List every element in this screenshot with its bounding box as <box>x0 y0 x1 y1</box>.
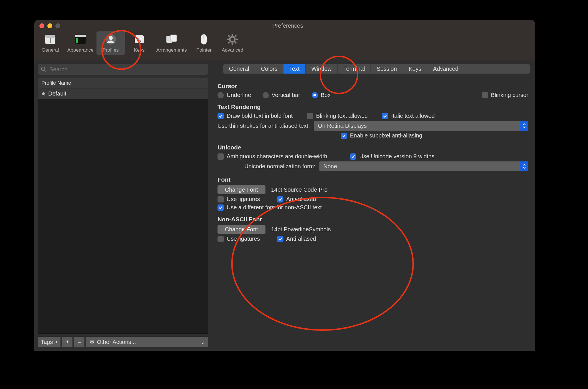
svg-rect-5 <box>76 38 78 43</box>
svg-point-14 <box>230 37 235 42</box>
checkbox-label: Use a different font for non-ASCII text <box>227 204 322 211</box>
general-icon <box>43 33 57 46</box>
different-nonascii-font-checkbox[interactable]: Use a different font for non-ASCII text <box>218 204 322 211</box>
profile-settings-panel: General Colors Text Window Terminal Sess… <box>212 60 535 351</box>
checkbox-icon <box>218 204 224 211</box>
window-title: Preferences <box>40 23 535 29</box>
bold-font-checkbox[interactable]: Draw bold text in bold font <box>218 113 293 119</box>
unicode-norm-dropdown[interactable]: None <box>319 161 528 171</box>
nonascii-ligatures-checkbox[interactable]: Use ligatures <box>218 236 260 242</box>
profile-list: Profile Name ★ Default <box>38 78 208 334</box>
checkbox-label: Use Unicode version 9 widths <box>359 153 434 160</box>
search-input[interactable] <box>38 64 208 75</box>
remove-profile-button[interactable]: – <box>74 337 85 347</box>
tab-window[interactable]: Window <box>306 64 338 74</box>
checkbox-label: Blinking text allowed <box>316 113 368 119</box>
thin-strokes-label: Use thin strokes for anti-aliased text: <box>218 123 310 129</box>
thin-strokes-dropdown[interactable]: On Retina Displays <box>314 121 528 131</box>
subpixel-row: Enable subpixel anti-aliasing <box>218 132 528 139</box>
cursor-vertical-radio[interactable]: Vertical bar <box>263 92 300 98</box>
toolbar-keys[interactable]: ⌘ Keys <box>125 31 154 55</box>
toolbar-label: Keys <box>134 47 145 53</box>
toolbar-arrangements[interactable]: Arrangements <box>154 31 190 55</box>
checkbox-icon <box>277 196 283 202</box>
search-wrap <box>38 64 208 75</box>
toolbar-advanced[interactable]: Advanced <box>218 31 247 55</box>
tab-keys[interactable]: Keys <box>403 64 427 74</box>
svg-rect-4 <box>75 35 86 37</box>
star-icon: ★ <box>41 90 46 97</box>
checkbox-label: Anti-aliased <box>286 236 316 242</box>
current-font-label: 14pt Source Code Pro <box>271 187 328 193</box>
dropdown-value: On Retina Displays <box>314 123 528 129</box>
checkbox-icon <box>482 92 488 98</box>
other-actions-menu[interactable]: ✻ Other Actions... ⌄ <box>86 337 208 347</box>
unicode-row1: Ambiguous characters are double-width Us… <box>218 153 528 160</box>
chevron-down-icon: ⌄ <box>200 339 205 345</box>
profile-tabbar: General Colors Text Window Terminal Sess… <box>223 64 530 74</box>
nonascii-aa-checkbox[interactable]: Anti-aliased <box>277 236 316 242</box>
cursor-box-radio[interactable]: Box <box>312 92 331 98</box>
dropdown-arrows-icon <box>520 161 528 171</box>
cursor-underline-radio[interactable]: Underline <box>218 92 251 98</box>
cursor-row: Underline Vertical bar Box Blinking curs… <box>218 92 528 98</box>
profile-name: Default <box>48 90 66 97</box>
checkbox-icon <box>218 236 224 242</box>
ambiguous-width-checkbox[interactable]: Ambiguous characters are double-width <box>218 153 327 160</box>
tab-terminal[interactable]: Terminal <box>338 64 371 74</box>
font-ligatures-checkbox[interactable]: Use ligatures <box>218 196 260 202</box>
toolbar: General Appearance Profiles ⌘ Keys Arran… <box>34 31 535 58</box>
add-profile-button[interactable]: + <box>62 337 73 347</box>
svg-text:⌘: ⌘ <box>137 37 142 43</box>
blinking-text-checkbox[interactable]: Blinking text allowed <box>307 113 368 119</box>
tab-general[interactable]: General <box>223 64 255 74</box>
tab-advanced[interactable]: Advanced <box>427 64 464 74</box>
appearance-icon <box>74 33 87 46</box>
subpixel-aa-checkbox[interactable]: Enable subpixel anti-aliasing <box>341 132 422 139</box>
tags-button[interactable]: Tags > <box>38 337 61 347</box>
unicode-norm-row: Unicode normalization form: None <box>218 161 528 171</box>
checkbox-icon <box>307 113 313 119</box>
radio-icon <box>312 92 318 98</box>
toolbar-label: General <box>42 47 59 53</box>
checkbox-label: Ambiguous characters are double-width <box>227 153 327 160</box>
tab-session[interactable]: Session <box>371 64 403 74</box>
tab-colors[interactable]: Colors <box>255 64 283 74</box>
change-nonascii-font-button[interactable]: Change Font <box>218 225 265 234</box>
tab-text[interactable]: Text <box>283 64 306 74</box>
change-font-button[interactable]: Change Font <box>218 185 265 194</box>
current-nonascii-font-label: 14pt PowerlineSymbols <box>271 226 331 233</box>
profiles-bottom-bar: Tags > + – ✻ Other Actions... ⌄ <box>38 337 208 347</box>
toolbar-general[interactable]: General <box>36 31 65 55</box>
font-row2: Use ligatures Anti-aliased <box>218 196 528 202</box>
font-row1: Change Font 14pt Source Code Pro <box>218 185 528 194</box>
italic-text-checkbox[interactable]: Italic text allowed <box>382 113 434 119</box>
checkbox-label: Use ligatures <box>227 236 260 242</box>
text-rendering-row1: Draw bold text in bold font Blinking tex… <box>218 113 528 119</box>
svg-line-22 <box>235 35 236 37</box>
svg-line-24 <box>45 70 46 72</box>
svg-point-7 <box>109 36 113 40</box>
toolbar-appearance[interactable]: Appearance <box>65 31 96 55</box>
radio-label: Box <box>321 92 331 98</box>
radio-icon <box>218 92 224 98</box>
svg-line-21 <box>228 42 230 43</box>
radio-icon <box>263 92 269 98</box>
font-aa-checkbox[interactable]: Anti-aliased <box>277 196 316 202</box>
profile-row[interactable]: ★ Default <box>38 88 208 99</box>
dropdown-value: None <box>319 163 528 170</box>
checkbox-icon <box>218 113 224 119</box>
profiles-icon <box>104 33 118 46</box>
blinking-cursor-checkbox[interactable]: Blinking cursor <box>482 92 528 98</box>
toolbar-pointer[interactable]: Pointer <box>190 31 218 55</box>
unicode-v9-checkbox[interactable]: Use Unicode version 9 widths <box>350 153 434 160</box>
svg-rect-1 <box>45 35 55 38</box>
keys-icon: ⌘ <box>132 33 146 46</box>
toolbar-profiles[interactable]: Profiles <box>96 31 125 55</box>
nonascii-row2: Use ligatures Anti-aliased <box>218 236 528 242</box>
toolbar-label: Appearance <box>67 47 94 53</box>
search-icon <box>41 66 47 74</box>
checkbox-label: Draw bold text in bold font <box>227 113 293 119</box>
checkbox-label: Enable subpixel anti-aliasing <box>350 132 422 139</box>
checkbox-icon <box>277 236 283 242</box>
